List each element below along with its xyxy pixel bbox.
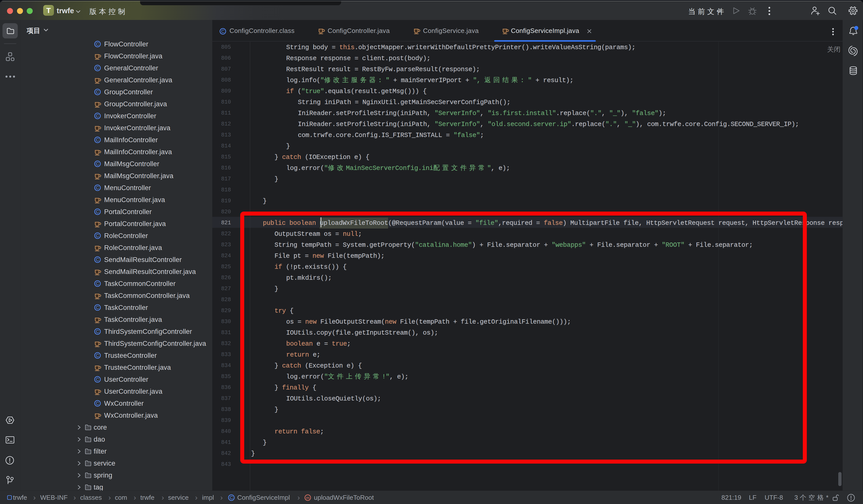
svg-text:C: C xyxy=(96,257,99,262)
svg-text:C: C xyxy=(96,138,99,142)
svg-text:C: C xyxy=(96,329,99,334)
svg-text:C: C xyxy=(96,90,99,94)
svg-text:C: C xyxy=(96,185,99,190)
svg-text:m: m xyxy=(306,495,310,500)
svg-text:C: C xyxy=(96,353,99,358)
svg-text:C: C xyxy=(96,66,99,70)
svg-text:C: C xyxy=(96,401,99,406)
svg-text:C: C xyxy=(221,29,225,34)
svg-text:C: C xyxy=(96,305,99,310)
svg-text:C: C xyxy=(96,161,99,166)
svg-text:C: C xyxy=(230,495,233,500)
svg-text:C: C xyxy=(96,42,99,47)
svg-text:C: C xyxy=(96,377,99,382)
svg-text:C: C xyxy=(96,233,99,238)
svg-text:C: C xyxy=(96,281,99,286)
svg-text:C: C xyxy=(96,114,99,118)
svg-text:C: C xyxy=(96,209,99,214)
